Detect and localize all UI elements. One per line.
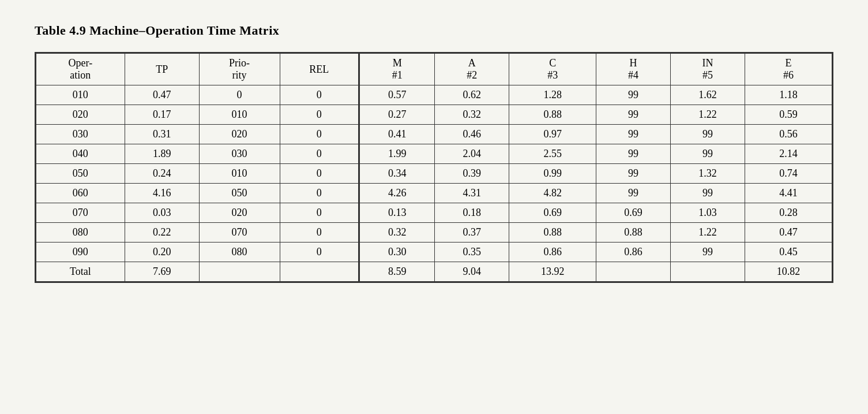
- cell-a2: 0.35: [435, 243, 509, 262]
- cell-operation: 030: [36, 125, 125, 144]
- cell-c3: 0.88: [509, 105, 596, 125]
- cell-m1: 4.26: [359, 184, 435, 203]
- cell-m1: 0.41: [359, 125, 435, 144]
- cell-m1: 1.99: [359, 144, 435, 164]
- cell-in5: 1.22: [671, 223, 745, 243]
- cell-h4: 99: [596, 144, 671, 164]
- page-title: Table 4.9 Machine–Operation Time Matrix: [35, 23, 833, 38]
- total-m1: 8.59: [359, 262, 435, 282]
- cell-in5: 99: [671, 144, 745, 164]
- cell-c3: 0.99: [509, 164, 596, 184]
- cell-priority: 010: [199, 164, 280, 184]
- cell-e6: 0.47: [745, 223, 832, 243]
- cell-m1: 0.57: [359, 85, 435, 105]
- cell-tp: 4.16: [125, 184, 199, 203]
- col-header-e6: E#6: [745, 54, 832, 85]
- cell-e6: 2.14: [745, 144, 832, 164]
- col-header-c3: C#3: [509, 54, 596, 85]
- cell-tp: 0.20: [125, 243, 199, 262]
- cell-e6: 0.56: [745, 125, 832, 144]
- cell-priority: 080: [199, 243, 280, 262]
- col-header-m1: M#1: [359, 54, 435, 85]
- cell-tp: 0.17: [125, 105, 199, 125]
- cell-c3: 0.88: [509, 223, 596, 243]
- cell-a2: 2.04: [435, 144, 509, 164]
- cell-operation: 050: [36, 164, 125, 184]
- cell-tp: 0.24: [125, 164, 199, 184]
- cell-in5: 99: [671, 184, 745, 203]
- cell-rel: 0: [280, 144, 359, 164]
- total-a2: 9.04: [435, 262, 509, 282]
- table-row: 0401.8903001.992.042.5599992.14: [36, 144, 832, 164]
- total-label: Total: [36, 262, 125, 282]
- cell-in5: 1.32: [671, 164, 745, 184]
- cell-operation: 060: [36, 184, 125, 203]
- cell-priority: 020: [199, 125, 280, 144]
- cell-operation: 080: [36, 223, 125, 243]
- cell-rel: 0: [280, 243, 359, 262]
- cell-e6: 0.28: [745, 203, 832, 223]
- cell-c3: 2.55: [509, 144, 596, 164]
- cell-priority: 030: [199, 144, 280, 164]
- cell-a2: 0.39: [435, 164, 509, 184]
- cell-h4: 0.88: [596, 223, 671, 243]
- table-container: Oper-ation TP Prio-rity REL M#1 A#2: [35, 52, 833, 283]
- cell-rel: 0: [280, 105, 359, 125]
- cell-tp: 0.03: [125, 203, 199, 223]
- total-in5: [671, 262, 745, 282]
- cell-m1: 0.34: [359, 164, 435, 184]
- table-row: 0500.2401000.340.390.99991.320.74: [36, 164, 832, 184]
- cell-m1: 0.30: [359, 243, 435, 262]
- cell-m1: 0.32: [359, 223, 435, 243]
- col-header-priority: Prio-rity: [199, 54, 280, 85]
- cell-tp: 0.47: [125, 85, 199, 105]
- col-header-a2: A#2: [435, 54, 509, 85]
- cell-h4: 99: [596, 85, 671, 105]
- table-total-row: Total7.698.599.0413.9210.82: [36, 262, 832, 282]
- cell-e6: 0.59: [745, 105, 832, 125]
- col-header-in5: IN#5: [671, 54, 745, 85]
- cell-priority: 050: [199, 184, 280, 203]
- cell-rel: 0: [280, 184, 359, 203]
- cell-operation: 090: [36, 243, 125, 262]
- table-row: 0300.3102000.410.460.9799990.56: [36, 125, 832, 144]
- cell-rel: 0: [280, 85, 359, 105]
- cell-e6: 1.18: [745, 85, 832, 105]
- total-h4: [596, 262, 671, 282]
- table-row: 0100.47000.570.621.28991.621.18: [36, 85, 832, 105]
- cell-in5: 99: [671, 243, 745, 262]
- cell-a2: 0.32: [435, 105, 509, 125]
- cell-a2: 4.31: [435, 184, 509, 203]
- cell-tp: 1.89: [125, 144, 199, 164]
- cell-e6: 0.45: [745, 243, 832, 262]
- cell-a2: 0.46: [435, 125, 509, 144]
- table-row: 0800.2207000.320.370.880.881.220.47: [36, 223, 832, 243]
- cell-priority: 0: [199, 85, 280, 105]
- cell-e6: 0.74: [745, 164, 832, 184]
- cell-h4: 99: [596, 125, 671, 144]
- cell-in5: 1.22: [671, 105, 745, 125]
- cell-rel: 0: [280, 223, 359, 243]
- cell-a2: 0.62: [435, 85, 509, 105]
- machine-operation-table: Oper-ation TP Prio-rity REL M#1 A#2: [36, 53, 832, 282]
- total-priority: [199, 262, 280, 282]
- cell-priority: 010: [199, 105, 280, 125]
- cell-rel: 0: [280, 125, 359, 144]
- table-row: 0900.2008000.300.350.860.86990.45: [36, 243, 832, 262]
- cell-in5: 99: [671, 125, 745, 144]
- cell-operation: 040: [36, 144, 125, 164]
- total-c3: 13.92: [509, 262, 596, 282]
- cell-priority: 070: [199, 223, 280, 243]
- cell-h4: 0.69: [596, 203, 671, 223]
- cell-tp: 0.22: [125, 223, 199, 243]
- col-header-operation: Oper-ation: [36, 54, 125, 85]
- cell-operation: 070: [36, 203, 125, 223]
- cell-rel: 0: [280, 164, 359, 184]
- cell-tp: 0.31: [125, 125, 199, 144]
- cell-a2: 0.18: [435, 203, 509, 223]
- total-rel: [280, 262, 359, 282]
- table-row: 0700.0302000.130.180.690.691.030.28: [36, 203, 832, 223]
- cell-e6: 4.41: [745, 184, 832, 203]
- cell-m1: 0.27: [359, 105, 435, 125]
- cell-in5: 1.03: [671, 203, 745, 223]
